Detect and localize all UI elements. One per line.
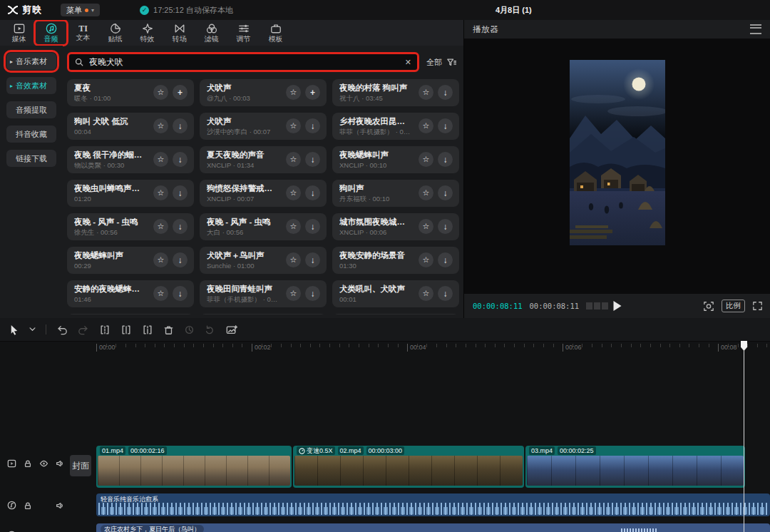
lock-icon[interactable] [24,501,32,510]
mirror-image-icon[interactable] [225,324,237,335]
sound-card[interactable]: 夏夜 暖冬 · 01:00 ☆ + [67,79,194,106]
tab-text[interactable]: TI 文本 [67,21,99,45]
sound-card[interactable]: 乡村夜晚农田昆虫叫声 菲菲（手机摄影） · 00:11 ☆ ↓ [332,113,459,140]
favorite-star-button[interactable]: ☆ [153,219,168,234]
add-download-button[interactable]: ↓ [438,185,453,200]
redo-icon[interactable] [78,324,89,335]
favorite-star-button[interactable]: ☆ [286,185,301,200]
sound-card[interactable]: 夜晚 - 风声 - 虫鸣 徐先生 · 00:56 ☆ ↓ [67,213,194,240]
favorite-star-button[interactable]: ☆ [153,185,168,200]
sidebar-item-music-library[interactable]: ▸ 音乐素材 [6,53,56,70]
video-clip-01[interactable]: 01.mp4 00:00:02:16 [96,446,292,488]
sound-card[interactable]: 夜晚安静的场景音 01:30 ☆ ↓ [332,247,459,274]
favorite-star-button[interactable]: ☆ [286,252,301,267]
split-clip-icon[interactable] [99,324,111,335]
favorite-star-button[interactable]: ☆ [153,118,168,133]
favorite-star-button[interactable]: ☆ [419,152,433,167]
mute-speaker-icon[interactable] [56,501,64,510]
add-download-button[interactable]: ↓ [305,185,320,200]
add-download-button[interactable]: ↓ [173,219,188,234]
sidebar-item-audio-extract[interactable]: 音频提取 [6,101,56,118]
timeline-ruler[interactable]: 00:0000:0200:0400:0600:08 [0,341,770,355]
tab-audio[interactable]: 音频 [35,21,67,45]
play-button[interactable] [613,301,621,311]
sound-card[interactable]: 夜晚 - 风声 - 虫鸣 大白 · 00:56 ☆ ↓ [200,213,327,240]
add-download-button[interactable]: ↓ [438,219,453,234]
video-clip-03[interactable]: 03.mp4 00:00:02:25 [525,446,745,488]
add-download-button[interactable]: ↓ [438,85,453,100]
split-keep-right-icon[interactable] [142,324,153,335]
filter-all-button[interactable]: 全部 [426,57,442,68]
preview-canvas[interactable] [464,39,770,294]
favorite-star-button[interactable]: ☆ [419,85,433,100]
ambience-clip[interactable]: 农庄农村乡下，夏日午后（鸟叫） [96,523,770,532]
tab-effects[interactable]: 特效 [131,21,163,45]
tab-filters[interactable]: 滤镜 [195,21,227,45]
favorite-star-button[interactable]: ☆ [286,85,301,100]
favorite-star-button[interactable]: ☆ [286,118,301,133]
audio-track-icon[interactable] [7,501,16,510]
favorite-star-button[interactable]: ☆ [419,185,433,200]
sound-card[interactable]: 夏天夜晚的声音 XNCLIP · 01:34 ☆ ↓ [200,146,327,173]
favorite-star-button[interactable]: ☆ [419,219,433,234]
layers-icon[interactable] [586,302,608,310]
sound-card[interactable]: 犬吠声 沙漠中的李白 · 00:07 ☆ ↓ [200,113,327,140]
favorite-star-button[interactable]: ☆ [153,252,168,267]
sound-card[interactable]: 狗叫声 丹东福联 · 00:10 ☆ ↓ [332,180,459,207]
tab-transitions[interactable]: 转场 [163,21,195,45]
video-track-icon[interactable] [7,459,16,468]
menu-button[interactable]: 菜单 ▾ [61,4,100,16]
lock-icon[interactable] [24,459,32,468]
sidebar-item-sound-effects[interactable]: ▸ 音效素材 [6,77,56,94]
player-menu-icon[interactable] [750,24,761,34]
sound-card[interactable]: 小女孩：一个人打野太危险了 ☆ ↓ [200,314,327,314]
chevron-down-icon[interactable] [29,327,36,332]
favorite-star-button[interactable]: ☆ [286,286,301,301]
add-download-button[interactable]: ↓ [305,252,320,267]
sound-card[interactable]: 夜晚蟋蟀叫声 XNCLIP · 00:10 ☆ ↓ [332,146,459,173]
add-download-button[interactable]: ↓ [438,286,453,301]
cover-button[interactable]: 封面 [70,455,91,476]
video-clip-02[interactable]: 变速0.5X 02.mp4 00:00:03:00 [293,446,524,488]
undo-icon[interactable] [56,324,68,335]
favorite-star-button[interactable]: ☆ [286,152,301,167]
clear-search-icon[interactable]: ✕ [405,58,411,67]
delete-icon[interactable] [163,324,174,335]
favorite-star-button[interactable]: ☆ [153,286,168,301]
favorite-star-button[interactable]: ☆ [419,118,433,133]
favorite-star-button[interactable]: ☆ [419,252,433,267]
sound-card[interactable]: 犬类吼叫、犬吠声 00:01 ☆ ↓ [332,280,459,307]
filter-funnel-icon[interactable] [446,58,456,67]
tab-adjust[interactable]: 调节 [227,21,260,45]
fullscreen-icon[interactable] [752,301,763,311]
mute-speaker-icon[interactable] [56,459,64,468]
sound-card[interactable]: 夜晚 很干净的蝈蝈叫 物以类聚 · 00:30 ☆ ↓ [67,146,194,173]
add-download-button[interactable]: ↓ [173,152,188,167]
sound-card[interactable]: 狗叫 犬吠 低沉 00:04 ☆ ↓ [67,113,194,140]
select-cursor-icon[interactable] [9,324,19,335]
favorite-star-button[interactable]: ☆ [153,85,168,100]
sound-card[interactable]: 夜晚蟋蟀叫声 00:29 ☆ ↓ [67,247,194,274]
sound-card[interactable]: 狗愤怒保持警戒的犬吠声 XNCLIP · 00:07 ☆ ↓ [200,180,327,207]
sound-card[interactable]: 安静的夜晚蟋蟀的吱吱声声... 01:46 ☆ ↓ [67,280,194,307]
sound-card[interactable]: 夜晚旷野虫鸣 ☆ ↓ [67,314,194,314]
sound-card[interactable]: 犬吠声 @九八 · 00:03 ☆ + [200,79,327,106]
preview-quality-icon[interactable] [703,301,714,312]
add-download-button[interactable]: ↓ [438,252,453,267]
add-download-button[interactable]: ↓ [305,286,320,301]
add-download-button[interactable]: ↓ [173,118,188,133]
tab-templates[interactable]: 模板 [260,21,292,45]
favorite-star-button[interactable]: ☆ [286,219,301,234]
add-download-button[interactable]: ↓ [305,152,320,167]
sidebar-item-douyin-favorites[interactable]: 抖音收藏 [6,126,56,143]
add-download-button[interactable]: ↓ [305,118,320,133]
ratio-button[interactable]: 比例 [722,300,745,312]
add-download-button[interactable]: + [173,85,188,100]
sound-card[interactable]: 城郊夜晚音效 ☆ ↓ [332,314,459,314]
add-download-button[interactable]: + [305,85,320,100]
sidebar-item-link-download[interactable]: 链接下载 [6,150,56,167]
sound-card[interactable]: 夜晚虫叫蝉鸣声环境音效 01:20 ☆ ↓ [67,180,194,207]
music-clip[interactable]: 轻音乐纯音乐治愈系 [96,493,770,516]
sound-card[interactable]: 犬吠声＋鸟叫声 Sunchie · 01:00 ☆ ↓ [200,247,327,274]
favorite-star-button[interactable]: ☆ [419,286,433,301]
